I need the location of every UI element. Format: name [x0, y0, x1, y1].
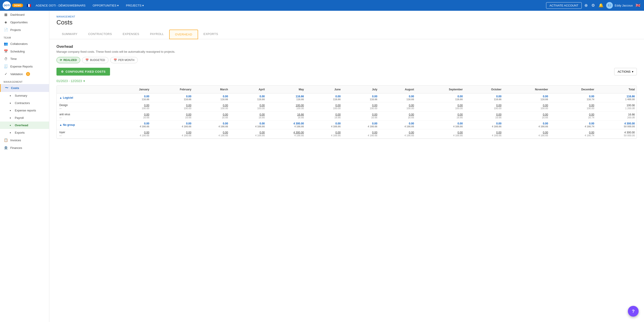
filter-row: ⟳ REALIZED 📅 BUDGETED 📅 PER MONTH: [56, 57, 637, 63]
per-month-icon: 📅: [114, 59, 117, 62]
tab-exports[interactable]: EXPORTS: [198, 30, 224, 39]
sidebar-label-exports: Exports: [15, 131, 25, 134]
sidebar-section-team: TEAM: [0, 34, 49, 40]
sidebar-item-validation[interactable]: ✓ Validation 6: [0, 70, 49, 78]
sidebar-label-scheduling: Scheduling: [10, 50, 25, 53]
summary-icon: ▪: [8, 94, 12, 98]
filter-per-month-button[interactable]: 📅 PER MONTH: [110, 57, 138, 63]
agency-name[interactable]: AGENCE OOTI - DÉMOS/WEBINARS: [33, 0, 88, 11]
main-layout: ▦ Dashboard ◈ Opportunities 📄 Projects T…: [0, 11, 644, 322]
sidebar-item-expense-reports[interactable]: 🧾 Expense Reports: [0, 63, 49, 70]
sidebar-item-expense-reports-sub[interactable]: ▪ Expense reports: [0, 107, 49, 114]
costs-icon: 〜: [4, 86, 9, 90]
sidebar-item-payroll[interactable]: ▪ Payroll: [0, 114, 49, 122]
nav-opportunities[interactable]: OPPORTUNITIES ▾: [90, 0, 122, 11]
main-content: MANAGEMENT Costs SUMMARY CONTRACTORS EXP…: [49, 11, 644, 322]
overhead-section-desc: Manage company fixed costs. These fixed …: [56, 50, 637, 53]
sidebar-item-collaborators[interactable]: 👥 Collaborators: [0, 40, 49, 48]
nogroup-label: No group: [63, 123, 75, 126]
nogroup-name[interactable]: ▲ No group: [57, 121, 112, 129]
tab-contractors[interactable]: CONTRACTORS: [83, 30, 118, 39]
projects-icon: 📄: [4, 28, 8, 32]
budgeted-icon: 📅: [85, 59, 89, 62]
notifications-icon[interactable]: 🔔: [598, 2, 604, 9]
table-row: ▲ No group 0.004 166.66 0.004 166.66 0.0…: [57, 121, 636, 129]
logiciel-chevron-icon: ▲: [60, 96, 62, 99]
payroll-icon: ▪: [8, 116, 12, 120]
col-header-november: November: [503, 86, 550, 94]
collaborators-icon: 👥: [4, 42, 8, 46]
antivirus-row-menu[interactable]: ⋮: [632, 114, 636, 118]
nav-projects[interactable]: PROJECTS ▾: [123, 0, 146, 11]
design-row-menu[interactable]: ⋮: [632, 105, 636, 109]
sidebar-label-opportunities: Opportunities: [10, 21, 28, 24]
help-button[interactable]: ?: [628, 306, 638, 316]
logo-area[interactable]: OOTI DEMO: [3, 1, 23, 10]
sidebar-item-finances[interactable]: 🏦 Finances: [0, 144, 49, 152]
per-month-label: PER MONTH: [118, 59, 134, 62]
opportunities-icon: ◈: [4, 20, 8, 24]
activate-account-button[interactable]: ACTIVATE ACCOUNT: [546, 2, 582, 9]
tab-summary[interactable]: SUMMARY: [56, 30, 83, 39]
sidebar-item-invoices[interactable]: 📋 Invoices: [0, 136, 49, 144]
sidebar-label-finances: Finances: [10, 146, 22, 150]
sidebar-item-scheduling[interactable]: 📅 Scheduling: [0, 48, 49, 55]
col-header-may: May: [267, 86, 306, 94]
sidebar-item-time[interactable]: ⏱ Time: [0, 55, 49, 63]
settings-icon[interactable]: ⚙: [590, 2, 596, 9]
realized-icon: ⟳: [60, 59, 62, 62]
sidebar-label-collaborators: Collaborators: [10, 42, 28, 46]
design-name: Design—: [57, 102, 112, 111]
loyer-name: loyer—: [57, 129, 112, 139]
sidebar-item-summary[interactable]: ▪ Summary: [0, 92, 49, 99]
sidebar-label-validation: Validation: [10, 72, 23, 76]
filter-realized-button[interactable]: ⟳ REALIZED: [56, 57, 80, 63]
breadcrumb: MANAGEMENT: [56, 15, 637, 18]
page-title: Costs: [56, 19, 637, 26]
realized-label: REALIZED: [64, 59, 77, 62]
tab-payroll[interactable]: PAYROLL: [144, 30, 169, 39]
sidebar-item-exports[interactable]: ▪ Exports: [0, 129, 49, 136]
logo: OOTI: [3, 1, 11, 10]
language-icon[interactable]: 🇬🇧: [634, 2, 641, 9]
sidebar-section-management: MANAGEMENT: [0, 78, 49, 84]
sidebar-item-projects[interactable]: 📄 Projects: [0, 26, 49, 34]
table-header-row: January February March April May June Ju…: [57, 86, 636, 94]
group-logiciel-name[interactable]: ▲ Logiciel: [57, 94, 112, 102]
sidebar-item-dashboard[interactable]: ▦ Dashboard: [0, 11, 49, 18]
expense-reports-sub-icon: ▪: [8, 109, 12, 112]
top-navigation: OOTI DEMO 🇫🇷 AGENCE OOTI - DÉMOS/WEBINAR…: [0, 0, 644, 11]
sidebar-item-opportunities[interactable]: ◈ Opportunities: [0, 18, 49, 26]
col-header-total: Total: [596, 86, 636, 94]
scheduling-icon: 📅: [4, 49, 8, 53]
overhead-table: January February March April May June Ju…: [56, 85, 637, 139]
tab-overhead[interactable]: OVERHEAD: [169, 30, 198, 39]
configure-fixed-costs-button[interactable]: ⚙ CONFIGURE FIXED COSTS: [56, 68, 110, 76]
filter-budgeted-button[interactable]: 📅 BUDGETED: [82, 57, 108, 63]
tabs: SUMMARY CONTRACTORS EXPENSES PAYROLL OVE…: [56, 30, 637, 39]
add-icon[interactable]: ⊕: [584, 2, 589, 9]
configure-label: CONFIGURE FIXED COSTS: [66, 70, 106, 73]
sidebar-item-overhead[interactable]: ▪ Overhead: [0, 122, 49, 129]
actions-button[interactable]: ACTIONS ▾: [614, 68, 637, 75]
time-icon: ⏱: [4, 57, 8, 61]
configure-icon: ⚙: [61, 70, 64, 73]
sidebar-item-costs[interactable]: 〜 Costs: [0, 84, 49, 92]
actions-chevron-icon: ▾: [632, 70, 634, 73]
date-range-selector[interactable]: 01/2023 - 12/2023 ▾: [56, 79, 637, 83]
sidebar-label-expense-reports-sub: Expense reports: [15, 109, 36, 112]
table-row: ▲ Logiciel 0.00116.66 0.00116.66 0.00116…: [57, 94, 636, 102]
col-header-name: [57, 86, 112, 94]
sidebar: ▦ Dashboard ◈ Opportunities 📄 Projects T…: [0, 11, 49, 322]
sidebar-label-invoices: Invoices: [10, 139, 21, 142]
expense-reports-icon: 🧾: [4, 64, 8, 68]
table-row: loyer— 0.004 166.66 0.004 166.66 0.004 1…: [57, 129, 636, 139]
tab-expenses[interactable]: EXPENSES: [117, 30, 144, 39]
logiciel-jan-bot: 116.66: [114, 98, 149, 101]
sidebar-item-contractors[interactable]: ▪ Contractors: [0, 99, 49, 107]
content-area: Overhead Manage company fixed costs. The…: [49, 39, 644, 144]
avatar[interactable]: EJ: [606, 2, 613, 9]
sidebar-label-projects: Projects: [10, 28, 21, 32]
date-range-value: 01/2023 - 12/2023: [56, 79, 82, 83]
col-header-february: February: [151, 86, 193, 94]
